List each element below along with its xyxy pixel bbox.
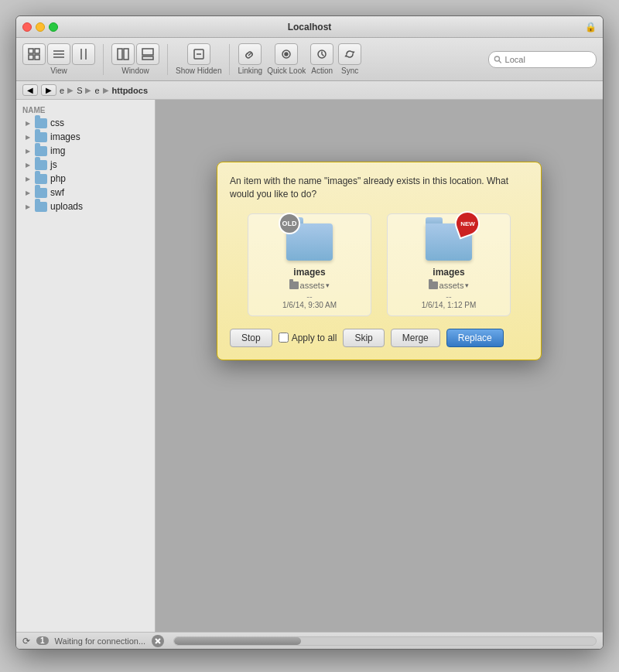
new-item-date: 1/6/14, 1:12 PM	[422, 301, 477, 309]
status-x-button[interactable]	[152, 635, 164, 647]
expand-arrow: ▶	[26, 189, 30, 196]
svg-rect-1	[35, 49, 39, 53]
sidebar-item-php[interactable]: ▶ php	[16, 172, 155, 186]
view-buttons	[22, 43, 95, 65]
dialog-message: An item with the name "images" already e…	[230, 175, 528, 201]
svg-rect-10	[124, 49, 128, 60]
merge-button[interactable]: Merge	[391, 329, 440, 347]
folder-icon-php	[35, 174, 47, 184]
expand-arrow: ▶	[26, 148, 30, 155]
svg-rect-2	[29, 55, 33, 60]
breadcrumb-item-3[interactable]: e	[94, 86, 99, 95]
lock-icon: 🔒	[585, 22, 597, 32]
sidebar-item-uploads[interactable]: ▶ uploads	[16, 200, 155, 213]
breadcrumb-item-1[interactable]: e	[60, 86, 64, 95]
sidebar-header: Name	[16, 103, 155, 116]
status-badge: 1	[36, 636, 49, 645]
linking-button[interactable]	[238, 43, 262, 65]
sidebar-item-css[interactable]: ▶ css	[16, 116, 155, 130]
breadcrumb-item-4[interactable]: httpdocs	[112, 86, 148, 95]
action-group: Action	[310, 43, 333, 75]
apply-to-all-text: Apply to all	[292, 333, 337, 343]
split-view-button[interactable]	[111, 43, 135, 65]
svg-rect-12	[142, 56, 153, 60]
sync-label: Sync	[341, 67, 358, 75]
back-button[interactable]: ◀	[22, 84, 38, 96]
svg-point-16	[285, 53, 288, 56]
svg-rect-0	[29, 49, 33, 53]
breadcrumb-arrow-3: ▶	[103, 86, 109, 94]
folder-icon-uploads	[35, 202, 47, 212]
old-folder-icon: OLD	[286, 223, 333, 261]
breadcrumb: ◀ ▶ e ▶ S ▶ e ▶ httpdocs	[16, 81, 603, 100]
sidebar-label-swf: swf	[50, 187, 64, 198]
progress-bar	[173, 636, 597, 646]
view-label: View	[50, 67, 67, 75]
apply-to-all-label[interactable]: Apply to all	[279, 333, 337, 343]
search-icon	[494, 55, 502, 64]
new-item-size: --	[446, 292, 451, 301]
folder-icon-img	[35, 146, 47, 156]
dropdown-arrow-new[interactable]: ▾	[465, 281, 469, 289]
panel-button[interactable]	[136, 43, 159, 65]
small-folder-icon	[289, 281, 299, 289]
dialog-items: OLD images assets ▾ -- 1/6/14, 9:30 AM	[230, 213, 528, 316]
linking-group: Linking	[238, 43, 262, 75]
sidebar-label-uploads: uploads	[50, 201, 83, 212]
main-content: Name ▶ css ▶ images ▶ img ▶ js	[16, 100, 603, 632]
stop-button[interactable]: Stop	[230, 329, 272, 347]
toolbar: View Window	[16, 38, 603, 81]
status-text: Waiting for connection...	[55, 636, 146, 646]
show-hidden-label: Show Hidden	[176, 67, 221, 75]
show-hidden-button[interactable]	[187, 43, 210, 65]
separator-2	[167, 44, 168, 75]
status-icon: ⟳	[22, 636, 30, 646]
search-input[interactable]	[505, 55, 591, 64]
window-buttons	[111, 43, 159, 65]
sidebar-item-img[interactable]: ▶ img	[16, 144, 155, 158]
breadcrumb-arrow-2: ▶	[85, 86, 91, 94]
status-bar: ⟳ 1 Waiting for connection...	[16, 632, 603, 649]
forward-button[interactable]: ▶	[41, 84, 56, 96]
expand-arrow: ▶	[26, 162, 30, 169]
dialog-overlay: An item with the name "images" already e…	[156, 100, 603, 632]
new-folder-icon: NEW	[426, 223, 472, 261]
new-item-parent: assets ▾	[429, 281, 470, 290]
sidebar-label-images: images	[50, 131, 80, 142]
search-box[interactable]	[488, 51, 597, 68]
apply-to-all-checkbox[interactable]	[279, 333, 289, 343]
list-view-button[interactable]	[47, 43, 70, 65]
skip-button[interactable]: Skip	[343, 329, 384, 347]
new-badge: NEW	[451, 207, 483, 239]
new-item-name: images	[433, 267, 464, 278]
old-item-parent: assets ▾	[289, 281, 330, 290]
progress-fill	[174, 637, 300, 645]
sidebar-item-images[interactable]: ▶ images	[16, 130, 155, 144]
maximize-button[interactable]	[49, 22, 58, 32]
replace-button[interactable]: Replace	[446, 329, 504, 347]
sidebar-item-swf[interactable]: ▶ swf	[16, 186, 155, 200]
icon-view-button[interactable]	[22, 43, 46, 65]
expand-arrow: ▶	[26, 176, 30, 182]
action-button[interactable]	[310, 43, 333, 65]
column-view-button[interactable]	[72, 43, 95, 65]
minimize-button[interactable]	[36, 22, 45, 32]
sidebar-item-js[interactable]: ▶ js	[16, 158, 155, 172]
sidebar: Name ▶ css ▶ images ▶ img ▶ js	[16, 100, 156, 632]
folder-icon-css	[35, 118, 47, 128]
dialog-buttons: Stop Apply to all Skip Merge Replace	[230, 329, 528, 347]
svg-rect-11	[142, 49, 153, 55]
action-label: Action	[311, 67, 333, 75]
quick-look-button[interactable]	[275, 43, 298, 65]
conflict-dialog: An item with the name "images" already e…	[217, 162, 542, 360]
sidebar-label-js: js	[50, 159, 57, 170]
old-item: OLD images assets ▾ -- 1/6/14, 9:30 AM	[248, 213, 371, 316]
window-group: Window	[111, 43, 159, 75]
right-panel: An item with the name "images" already e…	[156, 100, 603, 632]
close-button[interactable]	[22, 22, 32, 32]
dropdown-arrow[interactable]: ▾	[326, 281, 330, 289]
breadcrumb-item-2[interactable]: S	[77, 86, 82, 95]
folder-icon-swf	[35, 188, 47, 198]
sync-button[interactable]	[338, 43, 361, 65]
svg-rect-3	[35, 55, 39, 60]
